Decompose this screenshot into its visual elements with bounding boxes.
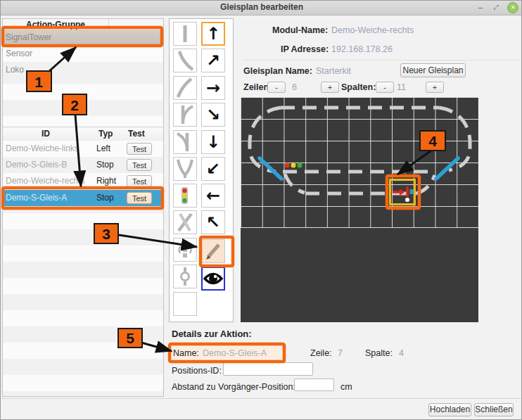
row-id: Demo-Weiche-rechts <box>6 173 84 189</box>
signal-tower-icon <box>174 238 196 261</box>
zeilen-minus-button[interactable]: - <box>267 82 286 93</box>
arrow-up-icon: ↑ <box>206 25 220 42</box>
modul-name-label: Modul-Name: <box>272 25 328 35</box>
zeilen-plus-button[interactable]: + <box>321 82 339 93</box>
tool-arrow-down[interactable]: ↓ <box>201 130 225 154</box>
tool-arrow-up-left[interactable]: ↖ <box>201 210 225 234</box>
unit-label: cm <box>340 382 352 392</box>
name-label: Name: <box>173 348 199 358</box>
tool-straight-track[interactable] <box>173 22 197 46</box>
arrow-down-right-icon: ↘ <box>206 106 220 123</box>
pencil-icon <box>202 240 224 262</box>
zeilen-value: 6 <box>292 82 297 92</box>
tool-arrow-up-right[interactable]: ↗ <box>201 49 225 72</box>
table-row[interactable]: Demo-S-Gleis-B Stop Test <box>3 157 163 173</box>
zeile-label: Zeile: <box>310 348 332 358</box>
spalten-minus-button[interactable]: - <box>376 82 394 93</box>
switch-y-icon <box>185 160 192 175</box>
positions-id-label: Positions-ID: <box>172 366 222 376</box>
tool-signal[interactable] <box>173 184 197 208</box>
signal-lights <box>285 163 303 168</box>
spalte-label: Spalte: <box>365 348 393 358</box>
curve-left-icon <box>178 79 191 97</box>
tool-arrow-right[interactable]: → <box>201 76 225 100</box>
row-id: Demo-S-Gleis-B <box>6 157 67 173</box>
tool-empty[interactable] <box>173 292 197 316</box>
arrow-right-icon: → <box>206 79 220 96</box>
switch-right-segment[interactable] <box>436 158 458 179</box>
tool-eye[interactable] <box>201 267 225 291</box>
table-row-selected[interactable]: Demo-S-Gleis-A Stop Test <box>3 190 163 206</box>
row-id: Demo-Weiche-links <box>6 141 79 157</box>
tool-switch-left[interactable] <box>173 103 197 127</box>
action-group-header-label: Action-Gruppe <box>3 20 108 30</box>
test-button[interactable]: Test <box>127 159 152 171</box>
tool-arrow-left[interactable]: ← <box>201 184 225 208</box>
track-layout <box>241 97 478 322</box>
footer-divider <box>1 398 522 399</box>
ip-value: 192.168.178.26 <box>331 44 393 54</box>
name-value: Demo-S-Gleis-A <box>203 348 267 358</box>
abstand-input[interactable] <box>294 378 334 391</box>
arrow-left-icon: ← <box>206 187 220 204</box>
col-typ: Typ <box>98 129 113 139</box>
tool-arrow-down-right[interactable]: ↘ <box>201 103 225 127</box>
minimize-button[interactable]: – <box>475 2 486 13</box>
modul-name-value: Demo-Weiche-rechts <box>331 25 414 35</box>
tool-curve-left[interactable] <box>173 76 197 100</box>
test-button[interactable]: Test <box>127 175 152 187</box>
row-id: Demo-S-Gleis-A <box>6 190 67 206</box>
tool-switch-right[interactable] <box>173 130 197 154</box>
lamp-signal-icon <box>174 265 196 288</box>
arrow-down-left-icon: ↙ <box>206 160 220 177</box>
col-id: ID <box>42 129 50 139</box>
tool-crossing[interactable] <box>173 210 197 234</box>
app-window: Gleisplan bearbeiten – ⤢ ✕ Action-Gruppe… <box>0 0 522 420</box>
gleisplan-name-label: Gleisplan Name: <box>243 66 312 76</box>
positions-id-input[interactable] <box>223 362 313 376</box>
switch-left-segment[interactable] <box>260 158 281 179</box>
close-icon[interactable]: ✕ <box>507 2 518 13</box>
spalten-plus-button[interactable]: + <box>426 82 444 93</box>
arrow-up-right-icon: ↗ <box>206 52 220 69</box>
restore-icon[interactable]: ⤢ <box>490 2 502 13</box>
schliessen-button[interactable]: Schließen <box>474 403 514 416</box>
signal-yellow-dot <box>291 163 296 168</box>
tool-palette: ↑ ↗ → ↘ ↓ ↙ ← ↖ <box>169 18 234 322</box>
tool-arrow-up[interactable]: ↑ <box>201 22 225 46</box>
left-panel: Action-Gruppe SignalTower Sensor Loko ID… <box>2 18 164 397</box>
group-item-loko[interactable]: Loko <box>3 62 163 77</box>
abstand-label: Abstand zu Vorgänger-Position: <box>172 382 295 392</box>
group-item-sensor[interactable]: Sensor <box>3 46 163 61</box>
group-item-signaltower[interactable]: SignalTower <box>3 30 163 45</box>
zeile-value: 7 <box>338 348 343 358</box>
tool-switch-y[interactable] <box>173 157 197 181</box>
track-plan-canvas[interactable] <box>241 97 478 322</box>
neuer-gleisplan-button[interactable]: Neuer Gleisplan <box>400 63 466 77</box>
track-bottom-left-curve <box>285 174 305 193</box>
signal-green-dot <box>298 163 303 168</box>
table-row[interactable]: Demo-Weiche-links Left Test <box>3 141 163 157</box>
curve-right-icon <box>179 51 193 70</box>
tool-signal-tower[interactable] <box>173 238 197 262</box>
spalten-label: Spalten: <box>341 82 376 92</box>
test-button[interactable]: Test <box>127 143 152 155</box>
tool-pencil[interactable] <box>201 239 225 263</box>
spalte-value: 4 <box>399 348 404 358</box>
row-typ: Left <box>96 141 110 157</box>
test-button[interactable]: Test <box>127 192 152 204</box>
tool-lamp-signal[interactable] <box>173 265 197 288</box>
header-divider <box>108 19 109 30</box>
tool-curve-right[interactable] <box>173 49 197 72</box>
table-row[interactable]: Demo-Weiche-rechts Right Test <box>3 173 163 189</box>
col-test: Test <box>128 129 145 139</box>
tool-arrow-down-left[interactable]: ↙ <box>201 157 225 181</box>
eye-icon <box>203 268 224 289</box>
hochladen-button[interactable]: Hochladen <box>428 403 471 416</box>
spalten-value: 11 <box>397 82 406 92</box>
row-typ: Stop <box>96 157 114 173</box>
arrow-up-left-icon: ↖ <box>206 214 220 231</box>
signal-icon <box>174 184 196 207</box>
row-typ: Right <box>96 173 116 189</box>
signal-red-dot <box>285 163 290 168</box>
